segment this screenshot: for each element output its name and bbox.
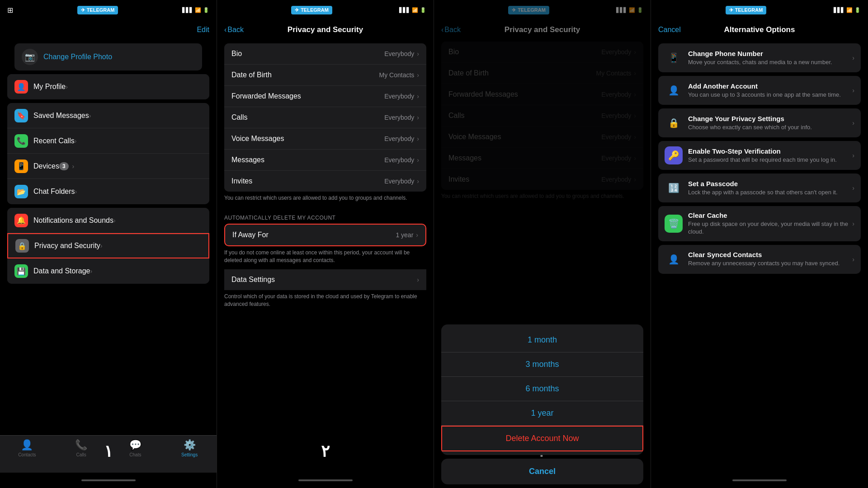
cancel-delete-button[interactable]: Cancel [441,459,643,484]
set-passcode-desc: Lock the app with a passcode so that oth… [688,189,849,197]
1-year-label: 1 year [531,408,553,418]
signal-area-2: ▋▋▋📶🔋 [399,7,426,13]
3-months-option[interactable]: 3 months [441,352,643,377]
tab-settings[interactable]: ⚙️ Settings [162,439,217,457]
forwarded-item[interactable]: Forwarded Messages Everybody › [224,86,426,107]
set-passcode-title: Set a Passcode [688,180,849,188]
two-step-icon: 🔑 [665,146,683,164]
chevron-icon: › [852,184,854,192]
clear-cache-icon: 🗑️ [665,215,683,233]
clear-contacts-title: Clear Synced Contacts [688,251,849,258]
auto-delete-note: If you do not come online at least once … [217,246,434,270]
delete-account-button[interactable]: Delete Account Now [441,426,643,451]
data-storage-item[interactable]: 💾 Data and Storage › [7,258,209,284]
privacy-settings-list: Bio Everybody › Date of Birth My Contact… [217,40,434,473]
back-button-2[interactable]: ‹ Back [224,26,244,34]
clear-cache-content: Clear Cache Free up disk space on your d… [688,211,849,236]
chevron-icon: › [75,137,77,145]
dob-item[interactable]: Date of Birth My Contacts › [224,65,426,86]
invites-item[interactable]: Invites Everybody › [224,171,426,192]
data-settings-item[interactable]: Data Settings › [224,269,426,290]
messages-item[interactable]: Messages Everybody › [224,150,426,171]
6-months-label: 6 months [525,384,559,394]
devices-label: Devices [33,162,59,170]
tab-chats[interactable]: 💬 Chats [108,439,163,457]
storage-icon: 💾 [14,264,28,278]
tab-contacts[interactable]: 👤 Contacts [0,439,54,457]
devices-item[interactable]: 📱 Devices 3 › [7,154,209,179]
notifications-item[interactable]: 🔔 Notifications and Sounds › [7,208,209,233]
change-phone-title: Change Phone Number [688,50,849,57]
privacy-items-group: Bio Everybody › Date of Birth My Contact… [224,43,426,192]
tab-calls[interactable]: 📞 Calls [54,439,108,457]
set-passcode-content: Set a Passcode Lock the app with a passc… [688,180,849,197]
clear-contacts-item[interactable]: 👤 Clear Synced Contacts Remove any unnec… [658,245,861,274]
privacy-note: You can restrict which users are allowed… [217,192,434,207]
folders-icon: 📂 [14,185,28,198]
add-account-item[interactable]: 👤 Add Another Account You can use up to … [658,76,861,105]
step-number-2: ٢ [321,442,330,461]
settings-tab-label: Settings [181,452,198,457]
change-phone-item[interactable]: 📱 Change Phone Number Move your contacts… [658,43,861,72]
page-title-2: Privacy and Security [288,25,363,34]
1-month-option[interactable]: 1 month [441,328,643,352]
chevron-icon: › [852,256,854,263]
chevron-icon: › [852,87,854,94]
voice-messages-item[interactable]: Voice Messages Everybody › [224,128,426,150]
1-month-label: 1 month [528,335,557,345]
clear-cache-item[interactable]: 🗑️ Clear Cache Free up disk space on you… [658,206,861,241]
phone-panel-4: ✈TELEGRAM ▋▋▋📶🔋 Cancel Alternative Optio… [651,0,868,488]
chat-folders-item[interactable]: 📂 Chat Folders › [7,179,209,204]
profile-icon: 👤 [14,80,28,94]
page-title-4: Alternative Options [724,25,795,34]
two-step-content: Enable Two-Step Verification Set a passw… [688,147,849,164]
6-months-option[interactable]: 6 months [441,377,643,401]
camera-icon: 📷 [22,49,38,65]
edit-button[interactable]: Edit [197,26,209,34]
calls-item[interactable]: Calls Everybody › [224,107,426,128]
cancel-button-4[interactable]: Cancel [658,26,681,34]
bookmark-icon: 🔖 [14,109,28,122]
delete-modal: 1 month 3 months 6 months 1 year Delete … [441,324,643,455]
saved-messages-item[interactable]: 🔖 Saved Messages › [7,103,209,128]
change-phone-desc: Move your contacts, chats and media to a… [688,59,849,66]
two-step-item[interactable]: 🔑 Enable Two-Step Verification Set a pas… [658,141,861,170]
home-indicator-2 [217,473,434,488]
change-privacy-desc: Choose who exactly can see which of your… [688,124,849,131]
change-photo-container: 📷 Change Profile Photo [7,43,209,70]
bio-item[interactable]: Bio Everybody › [224,43,426,65]
change-photo-button[interactable]: 📷 Change Profile Photo [14,43,202,70]
signal-area-1: ▋▋▋ 📶 🔋 [182,7,209,13]
calls-tab-label: Calls [76,452,86,457]
add-account-desc: You can use up to 3 accounts in one app … [688,91,849,99]
recent-calls-item[interactable]: 📞 Recent Calls › [7,128,209,154]
clear-contacts-content: Clear Synced Contacts Remove any unneces… [688,251,849,267]
devices-icon: 📱 [14,160,28,173]
privacy-settings-icon: 🔒 [665,114,683,132]
alt-options-list: 📱 Change Phone Number Move your contacts… [651,40,868,473]
passcode-icon: 🔢 [665,179,683,197]
3-months-label: 3 months [525,360,559,369]
my-profile-item[interactable]: 👤 My Profile › [7,74,209,99]
battery-icon: 🔋 [203,7,209,13]
step-number-1: ١ [104,442,113,461]
change-privacy-item[interactable]: 🔒 Change Your Privacy Settings Choose wh… [658,108,861,137]
phone-panel-3: ✈TELEGRAM ▋▋▋📶🔋 ‹ Back Privacy and Secur… [434,0,651,488]
1-year-option[interactable]: 1 year [441,401,643,426]
telegram-logo-4: ✈TELEGRAM [726,6,767,14]
devices-badge: 3 [59,162,69,170]
chats-tab-label: Chats [129,452,141,457]
change-privacy-title: Change Your Privacy Settings [688,115,849,122]
if-away-value: 1 year [396,231,413,239]
change-privacy-content: Change Your Privacy Settings Choose who … [688,115,849,131]
chevron-icon: › [852,220,854,227]
set-passcode-item[interactable]: 🔢 Set a Passcode Lock the app with a pas… [658,174,861,202]
if-away-for-item[interactable]: If Away For 1 year › [224,224,426,246]
if-away-label: If Away For [232,231,396,239]
chevron-icon: › [66,83,68,90]
home-indicator-1 [0,473,217,488]
nav-bar-2: ‹ Back Privacy and Security [217,20,434,40]
chat-folders-label: Chat Folders [33,188,75,196]
privacy-item[interactable]: 🔒 Privacy and Security › [7,233,209,258]
phone-panel-1: ⊞ ✈TELEGRAM ▋▋▋ 📶 🔋 Edit 📷 Change Profil… [0,0,217,488]
